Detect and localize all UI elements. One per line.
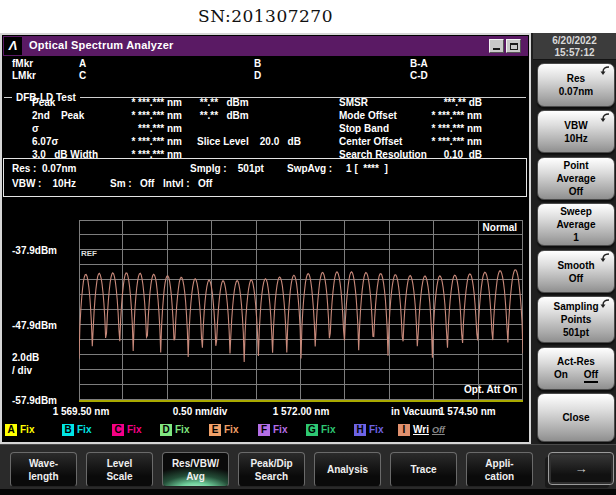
close-button[interactable]: Close [537,393,615,442]
ref-level-label: REF [81,249,97,258]
analysis-row-value3: * ***.*** nm [392,136,482,147]
spectrum-trace-svg [79,220,523,400]
x-center-label: 1 572.00 nm [273,406,330,417]
menu-application-button[interactable]: Appli-cation [466,452,533,487]
analysis-row-label: Peak [32,97,55,108]
bottom-edge [0,489,616,495]
window-title: Optical Spectrum Analyzer [29,39,174,51]
trace-g-legend[interactable]: GFix [306,423,335,436]
fmkr-a: A [79,58,86,69]
point-average-button[interactable]: PointAverageOff [537,157,615,200]
status-vbw: VBW : 10Hz [12,178,76,189]
menu-level-scale-button[interactable]: LevelScale [86,452,153,487]
menu-analysis-button[interactable]: Analysis [314,452,381,487]
trace-c-legend[interactable]: CFix [112,423,141,436]
more-menu-button[interactable]: → [548,452,614,485]
sweep-average-button[interactable]: SweepAverage1 [537,203,615,246]
analysis-row-value2: Slice Level 20.0 dB [197,136,301,147]
res-button[interactable]: Res0.07nm [537,63,615,107]
status-smplg: Smplg : 501pt [190,163,264,174]
analysis-row-value3: * ***.*** nm [392,123,482,134]
datetime-display: 6/20/2022 15:57:12 [533,33,616,60]
act-res-button[interactable]: Act-Res On Off [537,347,615,390]
act-res-off-option[interactable]: Off [584,368,598,383]
analysis-row-value2: **.** dBm [197,97,249,108]
axis-baseline [79,400,523,402]
trace-i-status: Off [432,425,445,435]
status-intvl: Intvl : Off [163,178,212,189]
trace-h-swatch: H [354,424,366,436]
analysis-row-label2: Stop Band [339,123,389,134]
menu-peak-dip-search-button[interactable]: Peak/DipSearch [238,452,305,487]
x-div-label: 0.50 nm/div [173,406,227,417]
opt-att-label: Opt. Att On [464,384,517,395]
act-res-on-option[interactable]: On [554,368,568,383]
status-sm: Sm : Off [110,178,154,189]
trace-b-swatch: B [62,424,74,436]
y-label-bottom: -57.9dBm [12,395,57,406]
time-text: 15:57:12 [533,47,616,59]
date-text: 6/20/2022 [533,35,616,47]
osa-window: Λ Optical Spectrum Analyzer fMkr A B B-A… [0,33,531,444]
analysis-row-label: 6.07σ [32,136,58,147]
smooth-button[interactable]: SmoothOff [537,250,615,293]
trace-i-legend[interactable]: I Wri Off [398,423,445,436]
trace-i-swatch: I [398,424,410,436]
trace-mode-label: Normal [483,222,517,233]
sn-strip: SN:201307270 [0,0,616,33]
submenu-arrow-icon [600,66,610,76]
menu-res-vbw-avg-button[interactable]: Res/VBW/Avg [162,452,229,487]
lmkr-cd: C-D [410,70,428,81]
spectrum-plot: REF Normal Opt. Att On [79,220,523,400]
maximize-button[interactable] [506,39,521,53]
trace-f-legend[interactable]: FFix [258,423,287,436]
submenu-arrow-icon [600,299,610,309]
minimize-button[interactable] [489,39,504,53]
y-scale-label2: / div [12,365,32,376]
y-scale-label: 2.0dB [12,352,39,363]
y-label-ref: -37.9dBm [12,245,57,256]
status-box [3,158,527,197]
fmkr-label: fMkr [12,58,33,69]
submenu-arrow-icon [600,253,610,263]
x-stop-label: 1 574.50 nm [439,406,496,417]
fmkr-b: B [254,58,261,69]
analysis-row-value2: **.** dBm [197,110,249,121]
trace-g-swatch: G [306,424,318,436]
menu-wavelength-button[interactable]: Wave-length [10,452,77,487]
trace-a-legend[interactable]: AFix [5,423,34,436]
vbw-button[interactable]: VBW10Hz [537,110,615,153]
lmkr-label: LMkr [12,70,36,81]
y-label-mid: -47.9dBm [12,320,57,331]
analysis-row-value: * ***.*** nm [97,97,182,108]
sampling-points-button[interactable]: SamplingPoints501pt [537,296,615,343]
minimize-icon [493,48,500,50]
trace-e-swatch: E [209,424,221,436]
separator-line [4,97,12,98]
fmkr-ba: B-A [410,58,428,69]
trace-d-swatch: D [160,424,172,436]
analysis-row-label: σ [32,123,39,134]
trace-a-swatch: A [5,424,17,436]
analysis-row-value: * ***.*** nm [97,136,182,147]
submenu-arrow-icon [600,113,610,123]
analysis-row-value: * ***.*** nm [97,110,182,121]
vacuum-label: in Vacuum [391,406,441,417]
trace-b-legend[interactable]: BFix [62,423,91,436]
trace-e-legend[interactable]: EFix [209,423,238,436]
trace-d-legend[interactable]: DFix [160,423,189,436]
analysis-row-value3: ***.** dB [392,97,482,108]
lmkr-c: C [79,70,86,81]
trace-c-swatch: C [112,424,124,436]
analysis-row-value: ***.*** nm [97,123,182,134]
trace-h-legend[interactable]: HFix [354,423,383,436]
x-start-label: 1 569.50 nm [53,406,110,417]
menu-trace-button[interactable]: Trace [390,452,457,487]
status-res: Res : 0.07nm [12,163,76,174]
analysis-row-value3: * ***.*** nm [392,110,482,121]
analysis-row-label2: SMSR [339,97,368,108]
anritsu-logo-icon: Λ [4,37,22,55]
serial-number-label: SN:201307270 [0,6,531,26]
maximize-icon [510,43,518,50]
status-swpavg: SwpAvg : 1 [ **** ] [287,163,388,174]
